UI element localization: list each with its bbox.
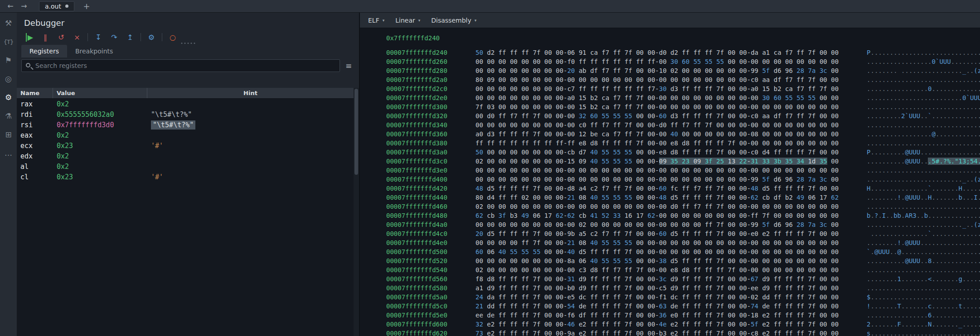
hex-row[interactable]: 00007fffffffd52000 00 00 00 00 00 00 00-… — [360, 256, 980, 265]
hexdump-controls: ELF▾Linear▾Disassembly▾ — [360, 13, 980, 28]
register-row-rdi[interactable]: rdi0x5555556032a0"\t5#\t?%" — [17, 109, 354, 120]
step-over-button[interactable]: ↷ — [109, 32, 120, 43]
hex-address: 00007fffffffd240 — [386, 48, 475, 57]
register-row-edx[interactable]: edx0x2 — [17, 151, 354, 161]
stop-button[interactable]: × — [72, 32, 82, 43]
hex-ascii: ..........@UUU..8............... — [867, 256, 980, 265]
hex-row[interactable]: 00007fffffffd44080 d4 ff ff 02 00 00 00-… — [360, 193, 980, 202]
dock-handle[interactable] — [181, 43, 195, 44]
tag-button[interactable]: ⚑ — [2, 53, 15, 67]
register-row-cl[interactable]: cl0x23'#' — [17, 172, 354, 182]
register-name: cl — [17, 173, 53, 181]
restart-button[interactable]: ↺ — [56, 32, 67, 43]
modified-dot-icon — [65, 5, 68, 8]
debug-settings-button[interactable]: ⚙ — [146, 32, 157, 43]
hex-address: 00007fffffffd2a0 — [386, 75, 475, 84]
hex-row[interactable]: 00007fffffffd46002 00 00 00 00 00 00 00-… — [360, 202, 980, 211]
hex-bytes: 24 da ff ff ff 7f 00 00-e5 dc ff ff ff 7… — [475, 293, 839, 302]
hex-row[interactable]: 00007fffffffd2c000 00 00 00 00 00 00 00-… — [360, 84, 980, 93]
hex-row[interactable]: 00007fffffffd2e000 00 00 00 00 00 00 00-… — [360, 93, 980, 102]
hex-row[interactable]: 00007fffffffd62073 e2 ff ff ff 7f 00 00-… — [360, 329, 980, 336]
search-registers-input[interactable] — [22, 62, 340, 69]
hex-row[interactable]: 00007fffffffd26000 00 00 00 00 00 00 00-… — [360, 57, 980, 66]
hex-row[interactable]: 00007fffffffd32000 d0 ff f7 ff 7f 00 00-… — [360, 111, 980, 120]
hex-row[interactable]: 00007fffffffd28000 00 00 00 00 00 00 00-… — [360, 66, 980, 75]
elf-dropdown[interactable]: ELF▾ — [364, 15, 389, 26]
hex-bytes: a0 d3 ff ff ff 7f 00 00-00 12 be ca f7 f… — [475, 130, 839, 139]
hex-row[interactable]: 00007fffffffd42048 d5 ff ff ff 7f 00 00-… — [360, 184, 980, 193]
hex-address: 00007fffffffd560 — [386, 274, 475, 283]
hex-bytes: f8 d8 ff ff ff 7f 00 00-31 d9 ff ff ff 7… — [475, 274, 839, 283]
tools-button[interactable]: ⚒ — [2, 16, 15, 30]
hex-row[interactable]: 00007fffffffd380ff ff ff ff ff ff ff ff-… — [360, 139, 980, 148]
hex-row[interactable]: 00007fffffffd3a050 00 00 00 00 00 00 00-… — [360, 148, 980, 157]
linear-dropdown[interactable]: Linear▾ — [391, 15, 425, 26]
hex-row[interactable]: 00007fffffffd40000 00 00 00 00 00 00 00-… — [360, 175, 980, 184]
hex-row[interactable]: 00007fffffffd60032 e2 ff ff ff 7f 00 00-… — [360, 320, 980, 329]
register-row-eax[interactable]: eax0x2 — [17, 130, 354, 140]
hex-row[interactable]: 00007fffffffd54002 00 00 00 00 00 00 00-… — [360, 265, 980, 274]
suspend-button[interactable]: ∥ — [40, 32, 51, 43]
hex-row[interactable]: 00007fffffffd580a1 d9 ff ff ff 7f 00 00-… — [360, 283, 980, 293]
column-header-hint[interactable]: Hint — [147, 88, 354, 98]
toolbar-separator — [87, 33, 88, 41]
register-value: 0x2 — [53, 152, 147, 160]
disassembly-dropdown[interactable]: Disassembly▾ — [427, 15, 481, 26]
hex-address: 00007fffffffd580 — [386, 283, 475, 293]
hex-bytes: 73 e2 ff ff ff 7f 00 00-9a e2 ff ff ff 7… — [475, 329, 839, 336]
step-out-button[interactable]: ↥ — [125, 32, 136, 43]
hex-row[interactable]: 00007fffffffd560f8 d8 ff ff ff 7f 00 00-… — [360, 274, 980, 283]
windows-grid-button[interactable]: ⊞ — [2, 128, 15, 141]
hex-row[interactable]: 00007fffffffd4c020 d5 ff ff ff 7f 00 00-… — [360, 229, 980, 238]
trace-button[interactable]: ○ — [167, 32, 178, 43]
hex-row[interactable]: 00007fffffffd50060 06 40 55 55 55 00 00-… — [360, 247, 980, 256]
hex-row[interactable]: 00007fffffffd3c002 00 00 00 00 00 00 00-… — [360, 157, 980, 166]
hex-row[interactable]: 00007fffffffd5e0ee de ff ff ff 7f 00 00-… — [360, 311, 980, 320]
hex-row[interactable]: 00007fffffffd5a024 da ff ff ff 7f 00 00-… — [360, 293, 980, 302]
hex-row[interactable]: 00007fffffffd5c021 dd ff ff ff 7f 00 00-… — [360, 302, 980, 311]
tab-breakpoints[interactable]: Breakpoints — [67, 45, 121, 58]
hex-row[interactable]: 00007fffffffd48062 cb 3f b3 49 06 17 62-… — [360, 211, 980, 220]
hex-bytes: ee de ff ff ff 7f 00 00-f6 df ff ff ff 7… — [475, 311, 839, 320]
back-button[interactable]: ← — [4, 0, 17, 13]
registers-scrollbar[interactable] — [354, 88, 359, 336]
hex-address: 00007fffffffd340 — [386, 120, 475, 130]
hex-ascii: ................................ — [867, 75, 980, 84]
hierarchy-button[interactable]: ⚗ — [2, 109, 15, 123]
location-pin-button[interactable]: ◎ — [2, 72, 15, 86]
register-row-rsi[interactable]: rsi0x7fffffffd3d0"\t5#\t?%" — [17, 120, 354, 130]
activity-bar: ⚒{T}⚑◎⚙⚗⊞… — [0, 13, 17, 336]
new-tab-button[interactable]: + — [80, 0, 93, 13]
step-into-button[interactable]: ↧ — [93, 32, 104, 43]
column-header-value[interactable]: Value — [53, 88, 147, 98]
debugger-wrench-button[interactable]: ⚙ — [2, 91, 15, 104]
types-button[interactable]: {T} — [2, 35, 15, 48]
hex-row[interactable]: 00007fffffffd34000 00 00 00 00 00 00 00-… — [360, 120, 980, 130]
register-row-ecx[interactable]: ecx0x23'#' — [17, 140, 354, 151]
forward-button[interactable]: → — [17, 0, 31, 13]
hex-row[interactable]: 00007fffffffd24050 d2 ff ff ff 7f 00 00-… — [360, 48, 980, 57]
table-menu-button[interactable]: ≡ — [343, 60, 354, 72]
more-icon: … — [5, 149, 12, 158]
hex-row[interactable]: 00007fffffffd2a080 09 00 00 00 00 00 00-… — [360, 75, 980, 84]
hex-address: 00007fffffffd3a0 — [386, 148, 475, 157]
file-tab[interactable]: a.out — [39, 1, 74, 11]
tab-registers[interactable]: Registers — [21, 45, 67, 58]
more-button[interactable]: … — [2, 146, 15, 160]
registers-table: NameValueHint rax0x2rdi0x5555556032a0"\t… — [17, 88, 354, 336]
hex-row[interactable]: 00007fffffffd4e000 00 00 00 ff 7f 00 00-… — [360, 238, 980, 247]
hex-bytes: ff ff ff ff ff ff ff ff-ff e8 d8 ff ff f… — [475, 139, 839, 148]
hex-row[interactable]: 00007fffffffd360a0 d3 ff ff ff 7f 00 00-… — [360, 130, 980, 139]
register-row-al[interactable]: al0x2 — [17, 161, 354, 172]
hexdump-view: 0x7fffffffd240 00007fffffffd24050 d2 ff … — [360, 28, 980, 336]
hex-row[interactable]: 00007fffffffd3e000 00 00 00 00 00 00 00-… — [360, 166, 980, 175]
disassembly-dropdown-label: Disassembly — [431, 17, 471, 24]
hex-row[interactable]: 00007fffffffd3007f 03 00 00 00 00 00 00-… — [360, 102, 980, 111]
hex-bytes: 00 00 00 00 00 00 00 00-c7 ff ff ff ff f… — [475, 84, 839, 93]
scrollbar-thumb[interactable] — [354, 89, 358, 175]
hex-ascii: ........!.@UUU..H.......b...I..b — [867, 193, 980, 202]
continue-button[interactable]: ▶ — [24, 32, 35, 43]
column-header-name[interactable]: Name — [17, 88, 53, 98]
hex-row[interactable]: 00007fffffffd4a000 00 00 00 00 00 00 00-… — [360, 220, 980, 229]
register-row-rax[interactable]: rax0x2 — [17, 99, 354, 109]
